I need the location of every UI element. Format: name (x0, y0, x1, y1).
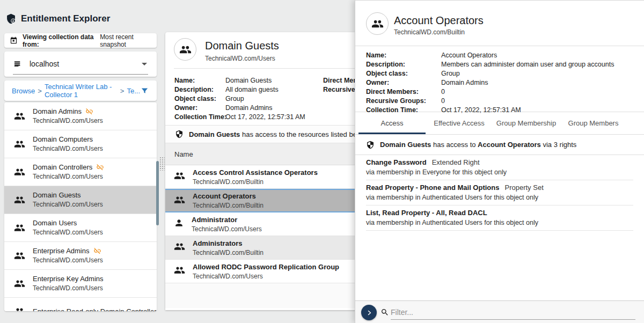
row-name: Administrator (192, 216, 262, 224)
detail-row: Name:Account Operators (366, 51, 644, 60)
detail-value: Group (225, 95, 244, 102)
row-path: TechnicalWD.com/Users (192, 225, 262, 233)
broken-link-icon (96, 163, 104, 171)
right-name: Change Password (366, 158, 427, 166)
detail-label: Direct Members: (366, 87, 441, 97)
resource-title: Domain Guests (205, 40, 279, 52)
right-type: Extended Right (432, 158, 480, 166)
snapshot-bar: Viewing collection data from: Most recen… (4, 33, 157, 48)
detail-row: Collection Time:Oct 17, 2022, 12:57:31 A… (174, 113, 369, 122)
right-item[interactable]: Read Property - Phone and Mail OptionsPr… (366, 180, 633, 205)
resource-header: Domain Guests TechnicalWD.com/Users (165, 32, 369, 68)
row-name: Account Operators (193, 192, 264, 200)
calendar-icon (10, 36, 18, 45)
detail-row: Description:Members can administer domai… (366, 60, 644, 69)
browse-list-item[interactable]: Enterprise Admins TechnicalWD.com/Users (4, 242, 157, 270)
breadcrumb-separator: > (120, 87, 125, 95)
broken-link-icon (93, 247, 101, 255)
snapshot-label: Viewing collection data from: (23, 33, 97, 48)
group-icon (174, 194, 185, 208)
host-selector[interactable]: localhost (4, 52, 157, 77)
tab[interactable]: Effective Access (426, 112, 493, 134)
tab[interactable]: Access (358, 112, 426, 134)
resource-access-list: Access Control Assistance Operators Tech… (165, 165, 369, 283)
item-path: TechnicalWD.com/Users (33, 173, 103, 180)
detail-tabs: Access Effective Access Group Membership… (355, 112, 644, 135)
detail-label: Owner: (174, 104, 225, 113)
page-title: Entitlement Explorer (21, 13, 110, 24)
detail-label: Description: (174, 85, 225, 94)
resource-details: Name:Domain Guests Description:All domai… (165, 69, 369, 125)
browse-list-item[interactable]: Domain Admins TechnicalWD.com/Users (4, 102, 157, 130)
row-path: TechnicalWD.com/Builtin (193, 178, 318, 186)
detail-value: 0 (441, 97, 445, 105)
resource-row[interactable]: Administrator TechnicalWD.com/Users (165, 212, 369, 236)
filter-funnel-icon[interactable] (140, 86, 149, 96)
right-via: via membership in Everyone for this obje… (366, 168, 633, 176)
table-column-header-name[interactable]: Name (165, 143, 369, 165)
filter-input[interactable] (391, 305, 635, 320)
group-icon (14, 278, 25, 289)
right-item[interactable]: List, Read Property - All, Read DACL via… (366, 205, 633, 231)
item-name: Domain Admins (33, 107, 82, 115)
access-banner: Domain Guests has access to the resource… (165, 125, 369, 143)
item-name: Domain Controllers (33, 163, 92, 171)
detail-value: Group (441, 70, 460, 77)
collapse-panel-button[interactable] (361, 305, 377, 320)
browse-list-item[interactable]: Domain Controllers TechnicalWD.com/Users (4, 158, 157, 186)
browse-list-item[interactable]: Domain Computers TechnicalWD.com/Users (4, 130, 157, 158)
chevron-right-icon (366, 310, 372, 316)
app-header: Entitlement Explorer (5, 13, 110, 25)
detail-value: Oct 17, 2022, 12:57:31 AM (225, 113, 305, 121)
browse-list-item[interactable]: Domain Guests TechnicalWD.com/Users (4, 186, 157, 214)
detail-label: Object class: (174, 94, 225, 104)
filter-bar (355, 300, 644, 323)
resource-subtitle: TechnicalWD.com/Users (205, 55, 275, 62)
row-name: Allowed RODC Password Replication Group (193, 263, 339, 271)
banner-subject: Domain Guests (380, 141, 431, 149)
detail-value: 0 (441, 88, 445, 96)
breadcrumb-leaf-link[interactable]: Te... (127, 87, 140, 95)
group-icon (174, 265, 185, 278)
item-path: TechnicalWD.com/Users (33, 117, 103, 124)
group-icon (14, 222, 25, 233)
resource-row[interactable]: Access Control Assistance Operators Tech… (165, 165, 369, 189)
right-item[interactable]: Change PasswordExtended Right via member… (366, 155, 633, 180)
item-name: Enterprise Admins (33, 247, 90, 255)
breadcrumb-collector-link[interactable]: Technical Writer Lab - Collector 1 (45, 83, 118, 99)
item-name: Domain Users (33, 219, 77, 227)
browse-list-item[interactable]: Domain Users TechnicalWD.com/Users (4, 214, 157, 242)
resource-row[interactable]: Account Operators TechnicalWD.com/Builti… (165, 189, 369, 212)
snapshot-value: Most recent snapshot (100, 33, 151, 48)
group-icon (14, 111, 25, 122)
account-header: Account Operators TechnicalWD.com/Builti… (355, 1, 644, 46)
item-name: Domain Computers (33, 135, 93, 143)
avatar (366, 12, 389, 35)
tab[interactable]: Group Membership (493, 112, 560, 134)
row-path: TechnicalWD.com/Builtin (193, 249, 264, 256)
scrollbar-thumb[interactable] (156, 161, 159, 225)
row-name: Access Control Assistance Operators (193, 168, 318, 177)
right-name: List, Read Property - All, Read DACL (366, 209, 487, 217)
detail-label: Owner: (366, 78, 441, 87)
right-via: via membership in Authenticated Users fo… (366, 194, 633, 201)
item-name: Enterprise Read-only Domain Controllers (33, 307, 157, 311)
row-name: Administrators (193, 239, 264, 247)
tab[interactable]: Group Members (560, 112, 627, 134)
right-type: Property Set (504, 183, 543, 192)
row-path: TechnicalWD.com/Users (193, 273, 339, 280)
detail-value: Members can administer domain user and g… (441, 61, 614, 68)
browse-list-item[interactable]: Enterprise Read-only Domain Controllers (4, 298, 157, 311)
detail-label: Collection Time: (174, 113, 225, 122)
breadcrumb-browse-link[interactable]: Browse (12, 87, 35, 95)
resource-row[interactable]: Administrators TechnicalWD.com/Builtin (165, 236, 369, 260)
banner-middle: has access to (433, 141, 476, 149)
browse-list-item[interactable]: Enterprise Key Admins TechnicalWD.com/Us… (4, 270, 157, 298)
right-name: Read Property - Phone and Mail Options (366, 183, 499, 192)
resource-row[interactable]: Allowed RODC Password Replication Group … (165, 260, 369, 283)
group-icon (174, 241, 185, 254)
detail-value: Account Operators (441, 52, 497, 59)
breadcrumb-separator: > (38, 87, 42, 95)
panel-resize-handle[interactable] (159, 157, 165, 171)
avatar (174, 38, 196, 61)
